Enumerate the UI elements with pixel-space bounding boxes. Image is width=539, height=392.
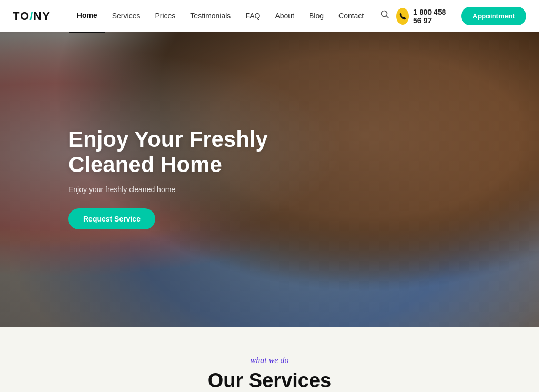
nav-link-services[interactable]: Services [105, 0, 148, 32]
nav-link-contact[interactable]: Contact [331, 0, 371, 32]
services-section-title: Our Services [13, 369, 526, 392]
nav-link-faq[interactable]: FAQ [238, 0, 267, 32]
nav-item-about[interactable]: About [267, 0, 302, 32]
search-icon[interactable] [373, 0, 396, 32]
phone-wrapper: 1 800 458 56 97 [396, 8, 453, 25]
appointment-button[interactable]: Appointment [461, 7, 526, 25]
nav-link-blog[interactable]: Blog [302, 0, 331, 32]
nav-item-search[interactable] [371, 0, 396, 32]
logo-text-to: TO [13, 9, 29, 23]
phone-number: 1 800 458 56 97 [413, 8, 453, 25]
logo[interactable]: TO/NY [13, 9, 51, 23]
nav-item-testimonials[interactable]: Testimonials [183, 0, 238, 32]
nav-links: Home Services Prices Testimonials FAQ Ab… [69, 0, 396, 33]
phone-icon [396, 8, 409, 25]
nav-item-services[interactable]: Services [105, 0, 148, 32]
nav-link-prices[interactable]: Prices [147, 0, 183, 32]
svg-line-1 [386, 16, 388, 18]
request-service-button[interactable]: Request Service [68, 208, 155, 229]
navbar: TO/NY Home Services Prices Testimonials … [0, 0, 539, 32]
nav-link-about[interactable]: About [267, 0, 302, 32]
nav-item-faq[interactable]: FAQ [238, 0, 267, 32]
nav-item-contact[interactable]: Contact [331, 0, 371, 32]
hero-subtitle: Enjoy your freshly cleaned home [68, 185, 290, 194]
nav-item-prices[interactable]: Prices [147, 0, 183, 32]
hero-section: Enjoy Your Freshly Cleaned Home Enjoy yo… [0, 32, 539, 327]
nav-link-testimonials[interactable]: Testimonials [183, 0, 238, 32]
hero-title: Enjoy Your Freshly Cleaned Home [68, 127, 290, 178]
logo-text-ny: NY [33, 9, 51, 23]
services-section-label: what we do [13, 356, 526, 365]
nav-link-home[interactable]: Home [69, 0, 105, 33]
nav-item-blog[interactable]: Blog [302, 0, 331, 32]
services-section: what we do Our Services [0, 327, 539, 392]
nav-item-home[interactable]: Home [69, 0, 105, 33]
hero-content: Enjoy Your Freshly Cleaned Home Enjoy yo… [68, 127, 290, 229]
nav-right: 1 800 458 56 97 Appointment [396, 7, 526, 25]
